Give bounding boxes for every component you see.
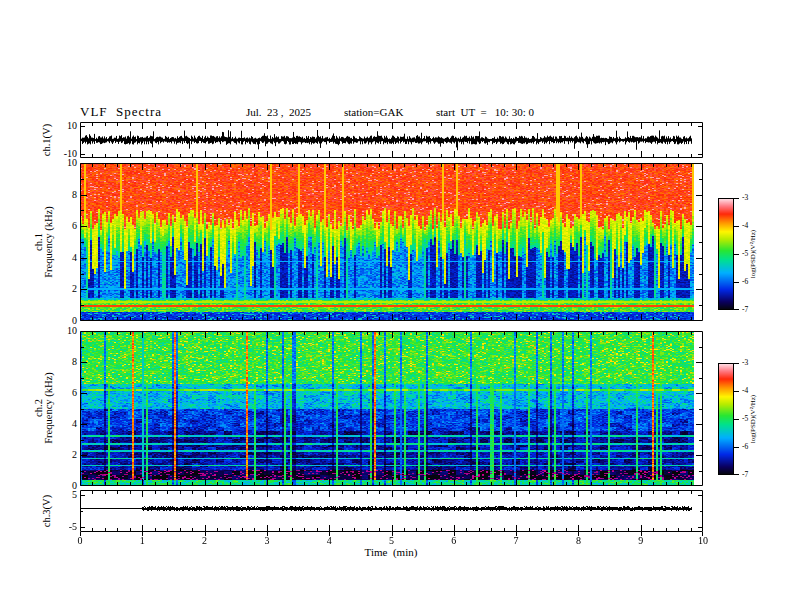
colorbar-tick-label: -6	[742, 443, 748, 451]
x-tick-label: 10	[698, 536, 708, 546]
ch1-wave-ylabel: ch.1(V)	[42, 124, 52, 156]
ch1-spec-ylabel: ch.1 Frequency (kHz)	[34, 206, 54, 277]
colorbar-tick-label: -7	[742, 306, 748, 314]
colorbar-ch2	[718, 363, 742, 476]
colorbar-tick-label: -5	[742, 415, 748, 423]
ch1-waveform-panel	[80, 122, 703, 158]
ch2-spec-ylabel: ch.2 Frequency (kHz)	[34, 372, 54, 443]
colorbar-ch1-label: log(PSD)(V²/Hz)	[749, 230, 757, 278]
page-title: VLF Spectra	[80, 104, 162, 120]
y-tick-label-ch3: 5	[72, 490, 77, 500]
x-axis-title: Time (min)	[365, 546, 418, 558]
x-tick-label: 8	[576, 536, 581, 546]
y-tick-label-ch1-spec: 4	[72, 253, 77, 263]
x-tick-label: 4	[327, 536, 332, 546]
ch2-spec-ylabel-line2: Frequency (kHz)	[44, 372, 54, 443]
ch1-spectrogram-panel	[80, 163, 703, 321]
vlf-spectra-figure: VLF Spectra Jul. 23 , 2025 station=GAK s…	[0, 0, 792, 612]
y-tick-label-ch1-spec: 8	[72, 190, 77, 200]
colorbar-tick-label: -6	[742, 278, 748, 286]
colorbar-tick-label: -4	[742, 222, 748, 230]
header-station: station=GAK	[344, 106, 403, 118]
x-tick-label: 1	[140, 536, 145, 546]
y-tick-label-ch1-spec: 10	[67, 158, 77, 168]
colorbar-tick-label: -7	[742, 471, 748, 479]
colorbar-tick-label: -3	[742, 359, 748, 367]
y-tick-label-ch2-spec: 10	[67, 326, 77, 336]
colorbar-ch2-label: log(PSD)(V²/Hz)	[749, 395, 757, 443]
colorbar-tick-label: -3	[742, 194, 748, 202]
header-start-ut: start UT = 10: 30: 0	[436, 106, 534, 118]
x-tick-label: 5	[389, 536, 394, 546]
header-date: Jul. 23 , 2025	[246, 106, 311, 118]
y-tick-label-ch1-spec: 2	[72, 284, 77, 294]
ch1-spec-ylabel-line2: Frequency (kHz)	[44, 206, 54, 277]
colorbar-tick-label: -5	[742, 250, 748, 258]
ch2-spectrogram-panel	[80, 331, 703, 486]
x-tick-label: 9	[638, 536, 643, 546]
x-tick-label: 2	[202, 536, 207, 546]
y-tick-label-ch2-spec: 8	[72, 357, 77, 367]
colorbar-ch1	[718, 198, 742, 311]
y-tick-label-ch2-spec: 6	[72, 388, 77, 398]
y-tick-label-ch1-spec: 6	[72, 221, 77, 231]
colorbar-tick-label: -4	[742, 387, 748, 395]
y-tick-label-ch3: -5	[69, 522, 77, 532]
y-tick-label-ch2-spec: 4	[72, 419, 77, 429]
ch3-level-panel	[80, 490, 703, 538]
y-tick-label-ch2-spec: 2	[72, 450, 77, 460]
ch3-ylabel: ch.3(V)	[42, 495, 52, 527]
x-tick-label: 6	[451, 536, 456, 546]
x-tick-label: 3	[264, 536, 269, 546]
x-tick-label: 7	[514, 536, 519, 546]
x-tick-label: 0	[78, 536, 83, 546]
y-tick-label-ch1-wave: 10	[67, 121, 77, 131]
